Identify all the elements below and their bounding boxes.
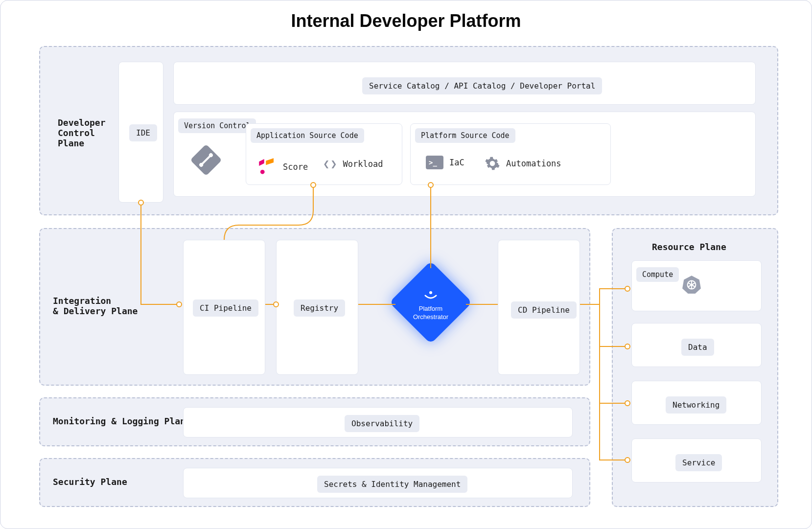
- ide-chip: IDE: [129, 124, 157, 141]
- svg-point-1: [429, 291, 432, 294]
- secrets-chip: Secrets & Identity Management: [317, 476, 467, 493]
- terminal-icon: >_: [426, 156, 443, 169]
- kubernetes-icon: [681, 274, 702, 297]
- integration-plane-label: Integration & Delivery Plane: [53, 296, 138, 316]
- cd-chip: CD Pipeline: [511, 301, 577, 319]
- platform-source-label: Platform Source Code: [415, 128, 515, 143]
- ci-chip: CI Pipeline: [193, 299, 258, 317]
- score-item: Score: [256, 156, 308, 178]
- workload-item: ❮❯ Workload: [323, 158, 383, 170]
- networking-chip: Networking: [666, 396, 726, 414]
- registry-chip: Registry: [294, 299, 345, 317]
- workload-icon: ❮❯: [323, 158, 337, 170]
- score-icon: [256, 156, 277, 178]
- iac-item: >_ IaC: [426, 156, 464, 169]
- observability-chip: Observability: [345, 415, 419, 432]
- monitoring-plane-label: Monitoring & Logging Plane: [53, 416, 191, 426]
- developer-plane-label: Developer Control Plane: [58, 117, 106, 148]
- gear-icon: [485, 156, 500, 171]
- catalog-chip: Service Catalog / API Catalog / Develope…: [362, 77, 602, 94]
- security-plane-label: Security Plane: [53, 477, 127, 487]
- version-control-label: Version Control: [178, 118, 256, 133]
- data-chip: Data: [681, 339, 714, 356]
- resource-plane-label: Resource Plane: [652, 242, 726, 252]
- service-chip: Service: [675, 454, 722, 471]
- compute-label: Compute: [636, 267, 679, 282]
- git-icon: [195, 149, 217, 171]
- svg-point-0: [260, 170, 265, 174]
- app-source-label: Application Source Code: [251, 128, 364, 143]
- orchestrator-label: Platform Orchestrator: [401, 291, 460, 322]
- automations-item: Automations: [485, 156, 561, 171]
